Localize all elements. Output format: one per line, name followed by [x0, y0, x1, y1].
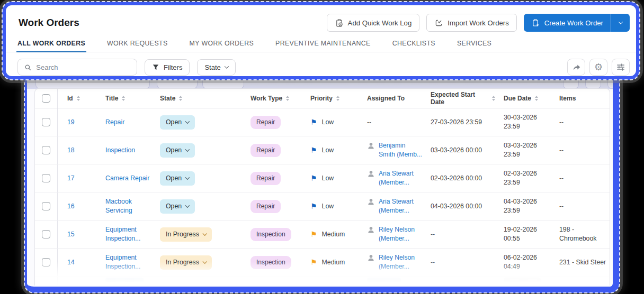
tab-checklists[interactable]: CHECKLISTS — [392, 40, 435, 52]
due-date: 06-02-2026 04:49 — [498, 253, 554, 271]
import-work-orders-label: Import Work Orders — [448, 19, 509, 27]
priority-flag-icon: ⚑ — [310, 174, 317, 182]
expected-start-date: -- — [425, 230, 498, 239]
state-dropdown[interactable]: Open — [160, 171, 195, 186]
work-order-title-link[interactable]: Equipment Inspection... — [105, 226, 140, 242]
column-settings-button[interactable] — [612, 59, 630, 76]
work-type-badge: Inspection — [251, 228, 291, 241]
priority-flag-icon: ⚑ — [310, 118, 317, 126]
import-work-orders-button[interactable]: Import Work Orders — [426, 14, 517, 32]
toolbar: Filters State ⚙ — [6, 52, 636, 76]
state-dropdown[interactable]: Open — [160, 143, 195, 158]
tab-preventive-maintenance[interactable]: PREVENTIVE MAINTENANCE — [275, 40, 371, 52]
gear-icon: ⚙ — [594, 62, 603, 72]
sort-icon — [179, 96, 182, 102]
chevron-down-icon — [185, 120, 190, 124]
priority-flag-icon: ⚑ — [310, 259, 317, 266]
work-type-badge: Repair — [251, 172, 281, 185]
work-order-id-link[interactable]: 16 — [67, 203, 75, 210]
work-order-title-link[interactable]: Camera Repair — [105, 174, 149, 182]
state-dropdown[interactable]: Open — [160, 115, 195, 130]
column-header-expected-start-date[interactable]: Expected Start Date — [425, 91, 498, 106]
state-dropdown[interactable]: In Progress — [160, 255, 212, 270]
row-checkbox[interactable] — [35, 108, 58, 136]
assigned-to-link[interactable]: Aria Stewart (Member... — [379, 197, 423, 215]
person-icon — [367, 198, 375, 206]
toolbar-icon-group: ⚙ — [567, 59, 630, 76]
tab-my-work-orders[interactable]: MY WORK ORDERS — [190, 40, 254, 52]
priority-label: Low — [322, 174, 334, 183]
column-header-work-type[interactable]: Work Type — [237, 95, 305, 102]
row-checkbox[interactable] — [35, 164, 58, 192]
row-checkbox[interactable] — [35, 136, 58, 164]
column-header-id[interactable]: Id — [58, 95, 97, 102]
sort-icon — [336, 96, 339, 102]
tab-all-work-orders[interactable]: ALL WORK ORDERS — [17, 40, 85, 52]
expected-start-date: 27-03-2026 23:59 — [425, 118, 498, 127]
work-order-title-link[interactable]: Inspection — [105, 146, 135, 154]
row-checkbox[interactable] — [35, 192, 58, 220]
add-quick-work-log-button[interactable]: Add Quick Work Log — [327, 14, 420, 32]
person-icon — [367, 170, 375, 178]
assigned-to-link[interactable]: Riley Nelson (Member... — [379, 225, 423, 243]
work-order-id-link[interactable]: 17 — [67, 174, 75, 182]
assigned-to-link[interactable]: Benjamin Smith (Memb... — [379, 141, 423, 159]
create-work-order-label: Create Work Order — [544, 19, 603, 27]
filters-label: Filters — [164, 63, 182, 71]
column-header-due-date[interactable]: Due Date — [498, 95, 554, 102]
table-row: 18 Inspection Open Repair ⚑Low Benjamin … — [35, 136, 610, 164]
priority-label: Low — [322, 202, 334, 211]
items-value: -- — [554, 174, 610, 183]
items-value: 198 - Chromebook — [554, 225, 610, 243]
work-order-title-link[interactable]: Equipment Inspection... — [105, 254, 140, 270]
sort-icon — [122, 96, 125, 102]
sort-icon — [535, 96, 538, 102]
person-icon — [367, 254, 375, 262]
items-value: -- — [554, 202, 610, 211]
create-work-order-dropdown[interactable] — [611, 14, 630, 32]
settings-button[interactable]: ⚙ — [589, 59, 607, 76]
priority-label: Low — [322, 146, 334, 155]
search-box — [17, 59, 137, 76]
import-icon — [434, 19, 443, 27]
state-dropdown[interactable]: In Progress — [160, 227, 212, 242]
share-button[interactable] — [567, 59, 585, 76]
sort-icon — [492, 96, 495, 102]
column-header-priority[interactable]: Priority — [305, 95, 355, 102]
tab-services[interactable]: SERVICES — [457, 40, 491, 52]
share-icon — [571, 62, 581, 72]
person-icon — [367, 142, 375, 150]
chevron-down-icon — [185, 148, 190, 152]
faded-row-remnant — [105, 278, 144, 282]
sort-icon — [77, 96, 80, 102]
assigned-to-link[interactable]: Aria Stewart (Member... — [379, 169, 423, 187]
column-header-title[interactable]: Title — [97, 95, 155, 102]
tab-work-requests[interactable]: WORK REQUESTS — [107, 40, 168, 52]
table-row: 19 Repair Open Repair ⚑Low -- 27-03-2026… — [35, 108, 610, 136]
row-checkbox[interactable] — [35, 221, 58, 248]
column-header-state[interactable]: State — [155, 95, 237, 102]
create-work-order-button[interactable]: Create Work Order — [524, 14, 611, 32]
assigned-to-link[interactable]: Riley Nelson (Member... — [379, 253, 423, 271]
work-order-id-link[interactable]: 19 — [67, 118, 75, 126]
state-dropdown[interactable]: Open — [160, 199, 195, 214]
expected-start-date: 04-03-2026 00:00 — [425, 202, 498, 211]
row-checkbox[interactable] — [35, 249, 58, 276]
work-order-title-link[interactable]: Repair — [105, 118, 124, 126]
work-order-id-link[interactable]: 18 — [67, 146, 75, 154]
priority-flag-icon: ⚑ — [310, 231, 317, 238]
chevron-down-icon — [185, 176, 190, 180]
state-filter-dropdown[interactable]: State — [197, 59, 235, 76]
person-icon — [367, 226, 375, 234]
search-input[interactable] — [36, 63, 130, 71]
work-order-title-link[interactable]: Macbook Servicing — [105, 198, 132, 214]
clipboard-clock-icon — [335, 19, 344, 27]
work-order-id-link[interactable]: 14 — [67, 259, 75, 266]
chevron-down-icon — [225, 64, 229, 68]
work-order-id-link[interactable]: 15 — [67, 231, 75, 238]
filters-button[interactable]: Filters — [145, 59, 190, 76]
due-date: 30-03-2026 23:59 — [498, 113, 554, 131]
tab-bar: ALL WORK ORDERS WORK REQUESTS MY WORK OR… — [6, 40, 636, 52]
select-all-checkbox[interactable] — [35, 89, 58, 108]
work-type-badge: Repair — [251, 116, 281, 129]
